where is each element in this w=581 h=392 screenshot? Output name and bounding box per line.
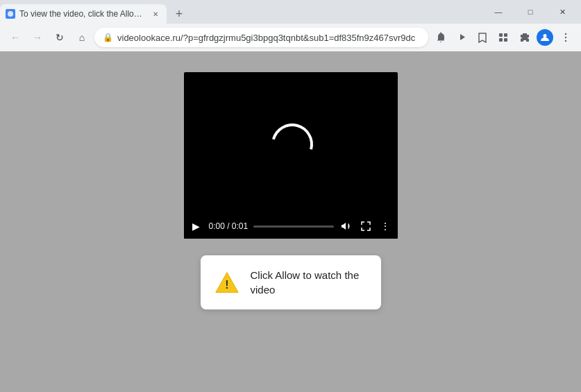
more-options-button[interactable]: ⋮ (378, 219, 392, 233)
video-player: ▶ 0:00 / 0:01 ⋮ (184, 72, 398, 239)
time-display: 0:00 / 0:01 (209, 221, 249, 231)
cast-icon[interactable] (452, 28, 471, 47)
video-area (184, 72, 398, 214)
browser-chrome: To view the video, click the Allow... ✕ … (0, 0, 581, 51)
svg-point-6 (544, 34, 547, 37)
mute-button[interactable] (339, 219, 353, 233)
svg-rect-2 (499, 33, 503, 37)
tab-favicon (6, 9, 15, 19)
menu-button[interactable] (556, 28, 575, 47)
forward-button[interactable]: → (28, 28, 47, 47)
bookmark-icon[interactable] (473, 28, 492, 47)
notification-box: ! Click Allow to watch the video (201, 255, 381, 309)
svg-point-7 (565, 33, 566, 35)
svg-point-9 (565, 40, 566, 42)
minimize-button[interactable]: — (482, 0, 514, 24)
notification-text: Click Allow to watch the video (251, 268, 367, 297)
address-bar[interactable]: 🔒 videolookace.ru/?p=gfrdgzjrmu5gi3bpgq3… (94, 28, 428, 47)
warning-icon: ! (214, 270, 239, 295)
close-button[interactable]: ✕ (546, 0, 578, 24)
back-button[interactable]: ← (6, 28, 25, 47)
fullscreen-button[interactable] (359, 219, 373, 233)
new-tab-button[interactable]: + (169, 4, 189, 24)
tab-bar: To view the video, click the Allow... ✕ … (0, 0, 482, 24)
profile-avatar (537, 29, 553, 46)
lock-icon: 🔒 (103, 33, 113, 42)
reload-button[interactable]: ↻ (50, 28, 69, 47)
extensions-icon[interactable] (494, 28, 513, 47)
page-content: ▶ 0:00 / 0:01 ⋮ ! (0, 51, 581, 392)
maximize-button[interactable]: □ (514, 0, 546, 24)
window-controls: — □ ✕ (482, 0, 581, 24)
svg-point-0 (8, 11, 13, 17)
svg-marker-1 (460, 34, 465, 40)
tab-close-button[interactable]: ✕ (150, 8, 161, 19)
address-text: videolookace.ru/?p=gfrdgzjrmu5gi3bpgq3tq… (117, 33, 420, 43)
progress-bar[interactable] (253, 225, 333, 228)
svg-rect-4 (499, 38, 503, 42)
notifications-icon[interactable] (431, 28, 451, 47)
address-bar-row: ← → ↻ ⌂ 🔒 videolookace.ru/?p=gfrdgzjrmu5… (0, 24, 581, 51)
play-button[interactable]: ▶ (190, 219, 203, 233)
loading-spinner (271, 123, 310, 162)
puzzle-icon[interactable] (514, 28, 534, 47)
video-controls: ▶ 0:00 / 0:01 ⋮ (184, 214, 398, 239)
svg-point-8 (565, 37, 566, 38)
svg-rect-3 (504, 33, 507, 37)
toolbar-right (431, 28, 575, 47)
home-button[interactable]: ⌂ (72, 28, 92, 47)
title-bar: To view the video, click the Allow... ✕ … (0, 0, 581, 24)
profile-button[interactable] (535, 28, 555, 47)
tab-title: To view the video, click the Allow... (19, 9, 146, 19)
svg-text:!: ! (225, 278, 228, 291)
svg-rect-5 (504, 38, 507, 42)
browser-tab[interactable]: To view the video, click the Allow... ✕ (0, 4, 167, 24)
